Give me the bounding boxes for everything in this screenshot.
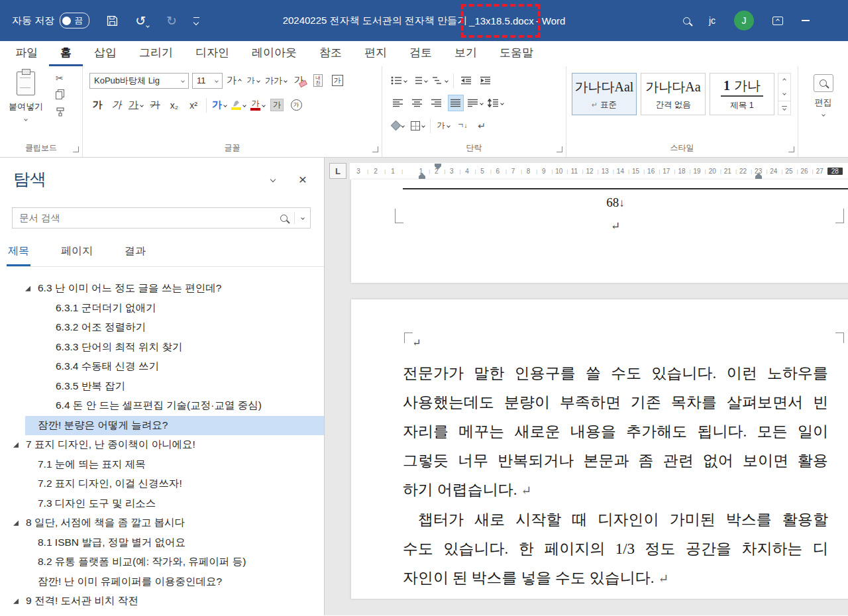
style-card[interactable]: 가나다Aal ↵ 표준 xyxy=(572,73,637,115)
document-search-box[interactable] xyxy=(12,207,311,229)
ribbon-tab[interactable]: 삽입 xyxy=(83,41,128,66)
character-alignment-button[interactable]: 가 xyxy=(435,117,451,134)
style-card[interactable]: 가나다Aa 간격 없음 xyxy=(641,73,706,115)
ribbon-tab[interactable]: 참조 xyxy=(308,41,353,66)
save-button[interactable] xyxy=(107,15,118,26)
autosave-toggle[interactable]: 자동 저장 끔 xyxy=(12,13,89,28)
bullet-list-button[interactable] xyxy=(390,72,407,89)
align-center-button[interactable] xyxy=(409,95,425,111)
autosave-switch[interactable]: 끔 xyxy=(60,13,89,28)
document-page-previous[interactable]: 68↓ ↵ xyxy=(351,180,848,283)
nav-heading-item[interactable]: 7.2 표지 디자인, 이걸 신경쓰자! xyxy=(25,474,324,494)
line-spacing-button[interactable] xyxy=(487,95,504,111)
text-effects-button[interactable]: 가 xyxy=(211,97,227,113)
align-right-button[interactable] xyxy=(429,95,445,111)
increase-indent-button[interactable] xyxy=(478,72,494,89)
shrink-font-button[interactable]: 가 xyxy=(245,72,261,89)
body-text[interactable]: 전문가가 말한 인용구를 쓸 수도 있습니다. 이런 노하우를사용했는데도 분량… xyxy=(403,359,828,593)
italic-button[interactable]: 가 xyxy=(109,97,125,113)
nav-heading-item[interactable]: 7.1 눈에 띄는 표지 제목 xyxy=(25,455,324,475)
subscript-button[interactable]: x₂ xyxy=(166,97,182,113)
nav-heading-item[interactable]: 6.3.4 수동태 신경 쓰기 xyxy=(56,357,324,377)
strikethrough-button[interactable]: 가 xyxy=(147,97,163,113)
sort-button[interactable]: ㄱ↓ xyxy=(454,117,470,134)
gallery-scroll-down-button[interactable] xyxy=(778,87,790,100)
borders-button[interactable] xyxy=(409,117,425,134)
paste-button[interactable]: 붙여넣기 xyxy=(4,72,48,143)
font-color-button[interactable]: 가 xyxy=(250,97,266,113)
close-pane-icon[interactable]: × xyxy=(299,172,307,186)
nav-heading-item[interactable]: 6.4 돈 안 드는 셀프편집 기술(교정·교열 중심) xyxy=(56,396,324,416)
search-input[interactable] xyxy=(13,208,268,228)
nav-heading-item[interactable]: 6.3.1 군더더기 없애기 xyxy=(56,299,324,319)
navigation-tab[interactable]: 페이지 xyxy=(60,244,94,266)
styles-dialog-launcher[interactable] xyxy=(788,146,794,152)
ribbon-tab[interactable]: 편지 xyxy=(353,41,398,66)
avatar[interactable]: J xyxy=(734,11,754,30)
nav-heading-item[interactable]: 7 표지 디자인, 난 종이책이 아니에요! xyxy=(13,435,324,455)
editing-button[interactable]: 편집 xyxy=(804,74,843,116)
clear-formatting-button[interactable]: 가 xyxy=(291,72,307,89)
nav-heading-item[interactable]: 6.3 난 이미 어느 정도 글을 쓰는 편인데? xyxy=(25,279,324,299)
search-icon[interactable] xyxy=(280,215,288,222)
gallery-scroll-up-button[interactable] xyxy=(778,74,790,87)
nav-heading-item[interactable]: 7.3 디자인 도구 및 리소스 xyxy=(25,494,324,514)
nav-heading-item[interactable]: 9 전격! 도서관 비치 작전 xyxy=(13,591,324,611)
gallery-more-button[interactable] xyxy=(778,101,790,115)
tab-stop-selector[interactable]: L xyxy=(329,163,346,179)
ribbon-tab[interactable]: 홈 xyxy=(49,41,83,66)
customize-qat-button[interactable] xyxy=(194,17,198,25)
expand-triangle-icon[interactable] xyxy=(25,286,38,291)
nav-heading-item[interactable]: 6.3.2 어조 정렬하기 xyxy=(56,318,324,338)
font-size-combo[interactable]: 11 xyxy=(192,73,223,89)
show-formatting-marks-button[interactable]: ↵ xyxy=(474,117,490,134)
nav-heading-item[interactable]: 6.3.3 단어의 최적 위치 찾기 xyxy=(56,338,324,358)
minimize-button[interactable] xyxy=(802,20,810,21)
ribbon-tab[interactable]: 보기 xyxy=(443,41,488,66)
align-left-button[interactable] xyxy=(390,95,406,111)
phonetic-guide-button[interactable]: 내 천 xyxy=(310,72,326,89)
redo-button[interactable]: ↻ xyxy=(166,15,177,27)
decrease-indent-button[interactable] xyxy=(458,72,474,89)
ribbon-tab[interactable]: 디자인 xyxy=(184,41,240,66)
style-card[interactable]: 1 가나 제목 1 xyxy=(710,73,774,115)
ribbon-tab[interactable]: 도움말 xyxy=(488,41,545,66)
clipboard-dialog-launcher[interactable] xyxy=(73,146,79,152)
font-name-combo[interactable]: KoPub바탕체 Lig xyxy=(89,73,189,89)
horizontal-ruler[interactable]: 321 123456789101112131415161718192021222… xyxy=(350,163,848,180)
expand-triangle-icon[interactable] xyxy=(13,599,26,604)
change-case-button[interactable]: 가가 xyxy=(264,72,288,89)
nav-heading-item[interactable]: 잠깐! 분량은 어떻게 늘려요? xyxy=(25,416,324,436)
multilevel-list-button[interactable] xyxy=(431,72,449,89)
underline-button[interactable]: 가 xyxy=(128,97,144,113)
character-shading-button[interactable]: 가 xyxy=(269,97,285,113)
format-painter-button[interactable] xyxy=(56,107,65,117)
font-dialog-launcher[interactable] xyxy=(372,146,378,152)
search-options-chevron-icon[interactable] xyxy=(301,216,305,220)
nav-heading-item[interactable]: 8.2 유통 플랫폼 비교(예: 작가와, 유페이퍼 등) xyxy=(25,552,324,572)
highlight-color-button[interactable] xyxy=(231,97,246,113)
distribute-text-button[interactable] xyxy=(467,95,484,111)
ribbon-tab[interactable]: 레이아웃 xyxy=(240,41,308,66)
paragraph-dialog-launcher[interactable] xyxy=(556,146,562,152)
ribbon-display-options-icon[interactable] xyxy=(772,17,783,25)
superscript-button[interactable]: x² xyxy=(186,97,201,113)
expand-triangle-icon[interactable] xyxy=(13,521,26,526)
ribbon-tab[interactable]: 파일 xyxy=(4,41,49,66)
nav-heading-item[interactable]: 8 일단, 서점에 책을 좀 깔고 봅시다 xyxy=(13,513,324,533)
character-border-button[interactable]: 가 xyxy=(329,72,345,89)
navigation-tab[interactable]: 제목 xyxy=(7,244,30,266)
expand-triangle-icon[interactable] xyxy=(13,442,26,448)
cut-button[interactable]: ✂ xyxy=(56,73,65,83)
nav-heading-item[interactable]: 8.1 ISBN 발급, 정말 별거 없어요 xyxy=(25,533,324,553)
shading-button[interactable] xyxy=(390,117,406,134)
numbered-list-button[interactable] xyxy=(411,72,428,89)
navigation-tab[interactable]: 결과 xyxy=(123,244,147,266)
undo-button[interactable]: ↺ xyxy=(135,15,149,27)
pane-options-chevron-icon[interactable] xyxy=(270,176,275,181)
copy-button[interactable] xyxy=(56,91,65,99)
grow-font-button[interactable]: 가 xyxy=(226,72,242,89)
ribbon-tab[interactable]: 검토 xyxy=(398,41,443,66)
search-icon[interactable] xyxy=(683,17,690,25)
ribbon-tab[interactable]: 그리기 xyxy=(128,41,184,66)
